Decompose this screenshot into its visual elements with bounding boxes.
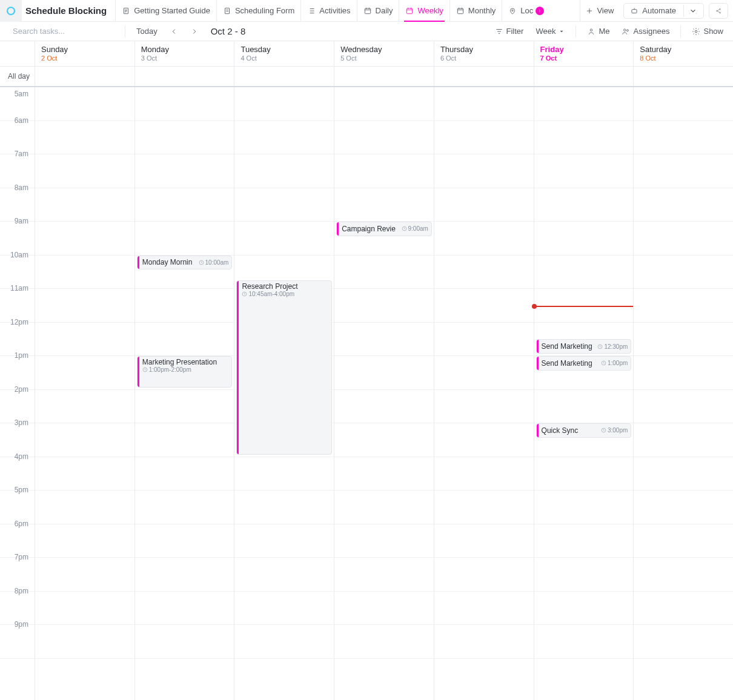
- svg-point-14: [627, 29, 629, 31]
- prev-button[interactable]: [165, 25, 183, 38]
- calendar-grid[interactable]: 5am6am7am8am9am10am11am12pm1pm2pm3pm4pm5…: [0, 87, 733, 700]
- day-date: 5 Oct: [340, 54, 428, 62]
- event-title: Research Project: [242, 282, 328, 291]
- svg-point-8: [720, 8, 721, 10]
- svg-point-15: [695, 30, 698, 33]
- tab-activities[interactable]: Activities: [300, 0, 356, 22]
- day-header[interactable]: Thursday6 Oct: [434, 41, 534, 66]
- day-date: 4 Oct: [240, 54, 328, 62]
- day-name: Saturday: [640, 45, 727, 54]
- tab-daily[interactable]: Daily: [357, 0, 399, 22]
- day-header[interactable]: Friday7 Oct: [534, 41, 634, 66]
- add-view-button[interactable]: View: [580, 0, 619, 22]
- cal-icon: [456, 7, 465, 15]
- tab-label: Daily: [376, 6, 393, 15]
- svg-rect-3: [365, 8, 370, 13]
- tab-label: Loc: [520, 6, 533, 15]
- calendar-event[interactable]: Research Project10:45am-4:00pm: [236, 280, 332, 454]
- day-date: 8 Oct: [640, 54, 727, 62]
- hour-label: 6pm: [0, 520, 35, 553]
- hour-label: 11am: [0, 284, 35, 317]
- event-time: 10:00am: [199, 259, 229, 266]
- calendar-event[interactable]: Send Marketing1:00pm: [536, 356, 632, 371]
- day-name: Friday: [540, 45, 628, 54]
- app-title: Schedule Blocking: [22, 5, 115, 16]
- circle-logo-icon: [5, 5, 16, 16]
- day-header[interactable]: Monday3 Oct: [134, 41, 234, 66]
- hour-label: 1pm: [0, 351, 35, 385]
- person-icon: [587, 27, 595, 36]
- day-column[interactable]: [434, 87, 534, 700]
- day-column[interactable]: [35, 87, 134, 700]
- day-name: Tuesday: [240, 45, 328, 54]
- show-button[interactable]: Show: [687, 24, 728, 38]
- chevron-right-icon: [190, 27, 199, 36]
- calendar-event[interactable]: Quick Sync3:00pm: [536, 423, 632, 438]
- search-input[interactable]: [13, 27, 114, 36]
- day-header[interactable]: Wednesday5 Oct: [334, 41, 434, 66]
- now-indicator: [534, 306, 634, 307]
- cal-icon: [363, 7, 372, 15]
- svg-rect-7: [632, 9, 637, 13]
- me-button[interactable]: Me: [582, 24, 614, 38]
- hour-label: 8am: [0, 183, 35, 217]
- filter-button[interactable]: Filter: [490, 24, 529, 38]
- form-icon: [223, 7, 231, 15]
- calendar-event[interactable]: Campaign Revie9:00am: [336, 222, 432, 236]
- tab-loc[interactable]: Loc: [502, 0, 550, 22]
- allday-cell[interactable]: [234, 67, 334, 86]
- calendar-event[interactable]: Send Marketing12:30pm: [536, 339, 632, 354]
- day-column[interactable]: Campaign Revie9:00am: [334, 87, 434, 700]
- day-date: 7 Oct: [540, 54, 628, 62]
- allday-cell[interactable]: [633, 67, 733, 86]
- allday-cell[interactable]: [534, 67, 634, 86]
- day-header[interactable]: Tuesday4 Oct: [234, 41, 334, 66]
- hour-label: 5am: [0, 87, 35, 121]
- day-column[interactable]: Research Project10:45am-4:00pm: [234, 87, 334, 700]
- chevron-left-icon: [170, 27, 178, 36]
- hour-label: 10am: [0, 251, 35, 284]
- cal-icon: [405, 7, 414, 15]
- event-time: 3:00pm: [601, 427, 628, 434]
- day-header[interactable]: Sunday2 Oct: [35, 41, 134, 66]
- week-dropdown[interactable]: Week: [531, 24, 569, 38]
- filter-icon: [495, 27, 503, 36]
- allday-cell[interactable]: [434, 67, 534, 86]
- hour-label: 7pm: [0, 553, 35, 586]
- tab-weekly[interactable]: Weekly: [399, 0, 449, 22]
- tab-scheduling-form[interactable]: Scheduling Form: [216, 0, 300, 22]
- tab-label: Activities: [319, 6, 350, 15]
- app-logo[interactable]: [0, 0, 22, 22]
- automate-button[interactable]: Automate: [623, 3, 704, 19]
- allday-label: All day: [0, 67, 35, 86]
- search-tasks[interactable]: [5, 24, 119, 38]
- assignees-button[interactable]: Assignees: [617, 24, 674, 38]
- event-title: Send Marketing: [542, 359, 592, 368]
- day-column[interactable]: [633, 87, 733, 700]
- pin-icon: [508, 7, 517, 15]
- tab-getting-started-guide[interactable]: Getting Started Guide: [115, 0, 216, 22]
- event-title: Quick Sync: [542, 426, 579, 435]
- share-button[interactable]: [709, 3, 728, 19]
- day-column[interactable]: Send Marketing12:30pmSend Marketing1:00p…: [534, 87, 634, 700]
- hour-label: 5pm: [0, 486, 35, 519]
- calendar-event[interactable]: Monday Mornin10:00am: [137, 256, 233, 270]
- event-time: 1:00pm-2:00pm: [142, 366, 229, 373]
- calendar-event[interactable]: Marketing Presentation1:00pm-2:00pm: [137, 356, 233, 388]
- day-date: 6 Oct: [440, 54, 528, 62]
- day-header-row: Sunday2 OctMonday3 OctTuesday4 OctWednes…: [0, 41, 733, 67]
- next-button[interactable]: [185, 25, 204, 38]
- event-title: Monday Mornin: [142, 258, 193, 266]
- day-date: 2 Oct: [41, 54, 128, 62]
- day-header[interactable]: Saturday8 Oct: [633, 41, 733, 66]
- svg-point-0: [7, 7, 15, 15]
- tab-monthly[interactable]: Monthly: [449, 0, 502, 22]
- event-time: 1:00pm: [601, 360, 628, 366]
- allday-cell[interactable]: [35, 67, 134, 86]
- day-column[interactable]: Monday Mornin10:00amMarketing Presentati…: [134, 87, 234, 700]
- day-name: Thursday: [440, 45, 528, 54]
- allday-cell[interactable]: [334, 67, 434, 86]
- allday-cell[interactable]: [134, 67, 234, 86]
- day-date: 3 Oct: [141, 54, 228, 62]
- today-button[interactable]: Today: [131, 24, 162, 38]
